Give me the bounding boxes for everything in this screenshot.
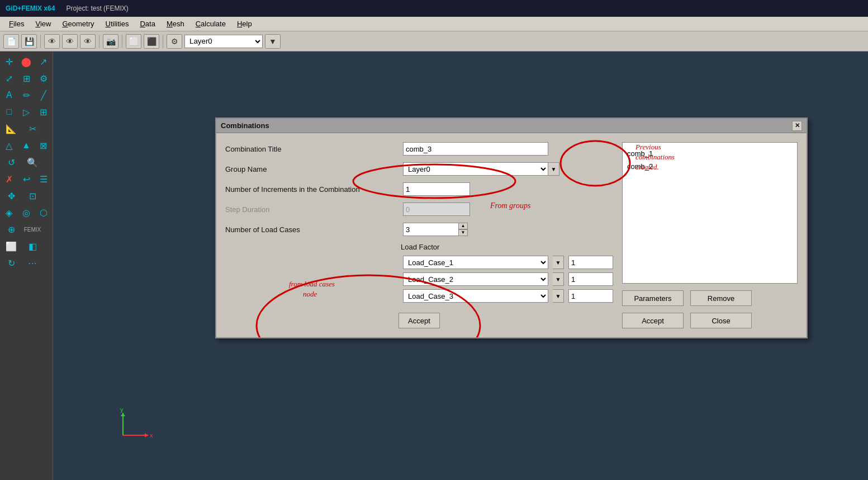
menu-help[interactable]: Help (233, 18, 257, 29)
num-load-cases-down[interactable]: ▼ (459, 229, 468, 236)
load-case-select-2[interactable]: Load_Case_2 (403, 272, 548, 286)
sidebar-undo[interactable]: ↩ (18, 171, 35, 187)
sidebar-rotate[interactable]: ↺ (1, 154, 21, 170)
sidebar-pan[interactable]: ✥ (1, 188, 21, 204)
menu-data[interactable]: Data (135, 18, 159, 29)
sidebar-shading[interactable]: ◧ (22, 238, 42, 254)
sidebar-circle-dot[interactable]: ⬤ (18, 54, 35, 69)
load-factor-input-1[interactable] (568, 256, 613, 269)
dialog-body: Combination Title Group Name Layer0 ▼ N (216, 133, 807, 337)
sidebar-crosshair[interactable]: ✛ (1, 54, 17, 69)
close-button[interactable]: Close (690, 313, 752, 328)
toolbar-sep-3 (122, 35, 122, 48)
sidebar-femix-logo: FEMIX (22, 222, 42, 237)
parameters-button[interactable]: Parameters (622, 290, 684, 306)
load-factor-input-2[interactable] (568, 272, 613, 286)
load-case-arrow-1[interactable]: ▼ (553, 256, 564, 269)
num-increments-input[interactable] (403, 182, 470, 196)
step-duration-row: Step Duration (225, 203, 613, 216)
num-increments-label: Number of Increments in the Combination (225, 185, 399, 194)
load-case-select-1[interactable]: Load_Case_1 (403, 256, 548, 269)
group-name-dropdown-arrow[interactable]: ▼ (548, 162, 559, 176)
combinations-dialog: Combinations ✕ Combination Title Group N… (215, 117, 808, 338)
sidebar-text[interactable]: A (1, 87, 17, 103)
menu-geometry[interactable]: Geometry (58, 18, 98, 29)
prev-comb-item-1: comb_1 (627, 147, 793, 160)
sidebar-polygon[interactable]: △ (1, 138, 17, 153)
num-load-cases-label: Number of Load Cases (225, 225, 399, 234)
step-duration-label: Step Duration (225, 205, 399, 214)
remove-button[interactable]: Remove (690, 290, 752, 306)
num-load-cases-input[interactable] (403, 223, 459, 236)
combination-title-input[interactable] (403, 142, 548, 156)
svg-text:y: y (120, 407, 124, 413)
num-load-cases-up[interactable]: ▲ (459, 223, 468, 229)
group-name-label: Group Name (225, 165, 399, 173)
toolbar-sep-1 (40, 35, 41, 48)
toolbar-eye2[interactable]: 👁 (62, 34, 78, 49)
toolbar-render1[interactable]: ⬜ (126, 34, 141, 49)
sidebar-cursor[interactable]: ↗ (35, 54, 51, 69)
load-case-select-3[interactable]: Load_Case_3 (403, 289, 548, 303)
toolbar-save[interactable]: 💾 (21, 34, 37, 49)
sidebar-line[interactable]: ╱ (35, 87, 51, 103)
menu-files[interactable]: Files (4, 18, 29, 29)
sidebar-select-all[interactable]: ⊡ (22, 188, 42, 204)
toolbar-settings[interactable]: ⚙ (167, 34, 182, 49)
combination-title-row: Combination Title (225, 142, 613, 156)
sidebar-more[interactable]: ⋯ (22, 255, 42, 271)
sidebar-pen[interactable]: ✏ (18, 87, 35, 103)
sidebar-fill[interactable]: ▲ (18, 138, 35, 153)
svg-marker-13 (121, 413, 125, 416)
sidebar-node[interactable]: ◈ (1, 205, 17, 220)
sidebar-render[interactable]: ⬜ (1, 238, 21, 254)
sidebar-mesh[interactable]: ⊠ (35, 138, 51, 153)
toolbar-eye1[interactable]: 👁 (44, 34, 60, 49)
load-case-row-2: Load_Case_2 ▼ (225, 272, 613, 286)
prev-comb-item-2: comb_2 (627, 160, 793, 173)
project-name: Project: test (FEMIX) (66, 4, 128, 12)
toolbar-render2[interactable]: ⬛ (144, 34, 159, 49)
load-factor-input-3[interactable] (568, 289, 613, 303)
sidebar-snap[interactable]: ⊕ (1, 222, 21, 237)
sidebar-arrow[interactable]: ▷ (18, 104, 35, 120)
toolbar-camera[interactable]: 📷 (103, 34, 118, 49)
load-factor-label: Load Factor (401, 243, 439, 251)
menu-calculate[interactable]: Calculate (191, 18, 230, 29)
group-name-row: Group Name Layer0 ▼ (225, 162, 613, 176)
dialog-title-bar: Combinations ✕ (216, 119, 807, 133)
sidebar-zoom[interactable]: 🔍 (22, 154, 42, 170)
toolbar-sep-4 (163, 35, 163, 48)
sidebar-box[interactable]: □ (1, 104, 17, 120)
dialog-title: Combinations (221, 121, 269, 130)
title-bar: GiD+FEMIX x64 Project: test (FEMIX) (0, 0, 868, 17)
load-case-arrow-2[interactable]: ▼ (553, 272, 564, 286)
sidebar-tool2[interactable]: ⊞ (18, 70, 35, 86)
layer-dropdown[interactable]: ▼ (265, 34, 281, 49)
accept-button[interactable]: Accept (622, 313, 684, 328)
menu-mesh[interactable]: Mesh (162, 18, 189, 29)
svg-text:x: x (150, 432, 153, 439)
sidebar-surface[interactable]: ◎ (18, 205, 35, 220)
dialog-close-button[interactable]: ✕ (792, 121, 802, 131)
sidebar-rotate-3d[interactable]: ↻ (1, 255, 21, 271)
sidebar-tool3[interactable]: ⚙ (35, 70, 51, 86)
load-case-arrow-3[interactable]: ▼ (553, 289, 564, 303)
layer-select[interactable]: Layer0 (184, 35, 263, 48)
sidebar-delete[interactable]: ✗ (1, 171, 17, 187)
sidebar-solid[interactable]: ⬡ (35, 205, 51, 220)
sidebar-cut[interactable]: ✂ (22, 121, 42, 137)
sidebar-grid[interactable]: ⊞ (35, 104, 51, 120)
sidebar-list[interactable]: ☰ (35, 171, 51, 187)
combination-title-label: Combination Title (225, 145, 399, 153)
toolbar-eye3[interactable]: 👁 (80, 34, 96, 49)
add-button[interactable]: Accept (399, 313, 440, 328)
group-name-select-group: Layer0 ▼ (403, 162, 559, 176)
sidebar-tool1[interactable]: ⤢ (1, 70, 17, 86)
menu-utilities[interactable]: Utilities (101, 18, 134, 29)
right-button-group-top: Parameters Remove (622, 290, 798, 306)
group-name-select[interactable]: Layer0 (403, 162, 548, 176)
sidebar-measure[interactable]: 📐 (1, 121, 21, 137)
toolbar-new[interactable]: 📄 (3, 34, 19, 49)
menu-view[interactable]: View (31, 18, 55, 29)
